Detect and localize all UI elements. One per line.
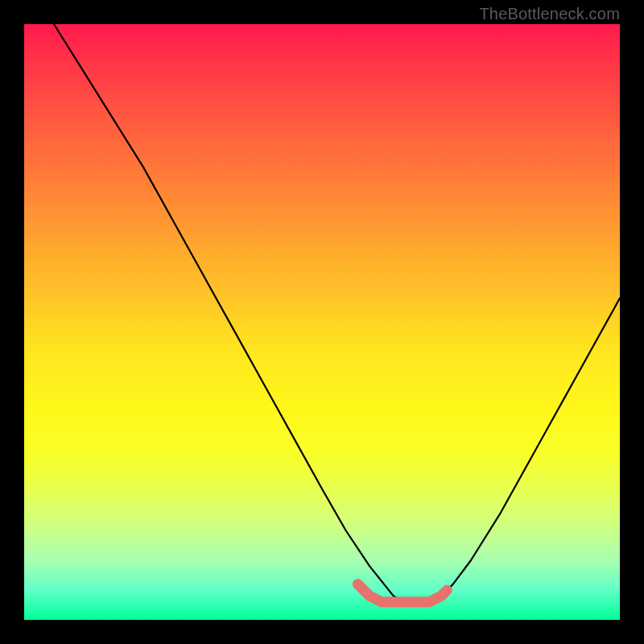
coral-segment — [357, 584, 447, 602]
watermark-text: TheBottleneck.com — [479, 5, 620, 23]
chart-svg — [24, 24, 620, 620]
main-curve — [54, 24, 620, 602]
chart-container: TheBottleneck.com — [0, 0, 644, 644]
plot-area — [24, 24, 620, 620]
